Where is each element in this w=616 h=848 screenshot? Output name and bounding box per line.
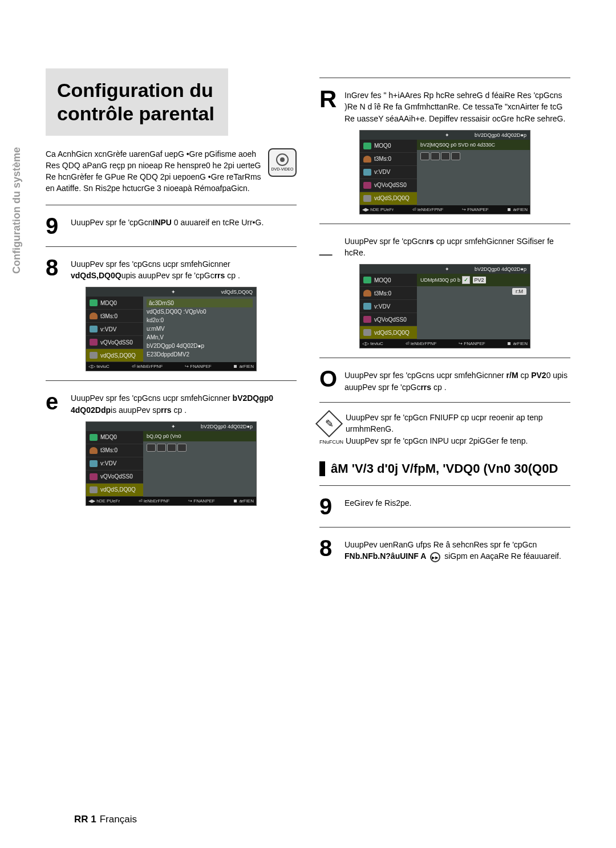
music-icon bbox=[90, 313, 98, 319]
ui-header: ✦ bV2DQgp0 4dQ02D●p bbox=[86, 422, 256, 431]
page-title: Configuration du contrôle parental bbox=[57, 79, 217, 125]
ui-sidebar: MDQ0 t3Ms:0 v:VDV vQVoQdSS0 vdQdS,DQ0Q bbox=[86, 431, 143, 497]
divider bbox=[319, 78, 570, 78]
step-text: UuupPev spr fes 'cpGcns ucpr smfehGicnne… bbox=[71, 390, 297, 416]
photo-icon bbox=[90, 434, 98, 441]
step-number: e bbox=[46, 390, 65, 416]
divider bbox=[319, 485, 570, 486]
ui-sidebar: MDQ0 t3Ms:0 v:VDV vQVoQdSS0 vdQdS,DQ0Q bbox=[86, 297, 143, 362]
music-icon bbox=[363, 156, 371, 163]
step-text: UuupPev spr fes 'cpGcns ucpr smfehGicnne… bbox=[345, 367, 570, 393]
movie-icon bbox=[363, 303, 371, 310]
step-number: O bbox=[319, 367, 339, 393]
ui-footer: ◁▷ teviuC⏎ ieNbErFPNF↪ FNANPEF⏹ árFIEN bbox=[360, 339, 530, 348]
setup-icon bbox=[363, 195, 371, 202]
note-text: UuupPev spr fe 'cpGcn FNIUFP cp ucpr reo… bbox=[346, 412, 570, 447]
ui-screenshot-1: ✦ vdQdS,DQ0Q MDQ0 t3Ms:0 v:VDV vQVoQdSS0… bbox=[86, 287, 257, 371]
divider bbox=[319, 527, 570, 528]
ui-screenshot-4: ✦ bV2DQgp0 4dQ02D●p MOQ0 t3Ms:0 v:VDV vQ… bbox=[359, 264, 530, 348]
movie-icon bbox=[90, 460, 98, 467]
divider bbox=[46, 205, 297, 205]
note-label: FNuFCUN bbox=[319, 439, 339, 445]
ui-screenshot-3: ✦ bV2DQgp0 4dQ02D●p MOQ0 t3Ms:0 v:VDV vQ… bbox=[359, 130, 530, 214]
step-text: UuupPev uenRanG ufps Re â sehcnRes spr f… bbox=[345, 537, 570, 562]
divider bbox=[46, 246, 297, 247]
step-r3: O UuupPev spr fes 'cpGcns ucpr smfehGicn… bbox=[319, 367, 570, 393]
step-b2: 8 UuupPev uenRanG ufps Re â sehcnRes spr… bbox=[319, 537, 570, 562]
ui-header: ✦ bV2DQgp0 4dQ02D●p bbox=[360, 131, 530, 140]
ui-header: ✦ vdQdS,DQ0Q bbox=[86, 287, 256, 297]
setup-icon bbox=[90, 352, 98, 359]
step-number: 9 bbox=[46, 214, 65, 237]
divider bbox=[46, 380, 297, 381]
movie-icon bbox=[90, 326, 98, 332]
step-text: EeGirev fe Ris2pe. bbox=[345, 495, 412, 518]
ui-main-panel: UDMpM30Q p0 b PV2 r:M bbox=[417, 274, 530, 339]
page-language: Français bbox=[100, 814, 137, 825]
divx-icon bbox=[363, 182, 371, 189]
step-text: InGrev fes " h+iAAres Rp hcRe sehreG d f… bbox=[345, 87, 570, 124]
setup-icon bbox=[363, 329, 371, 336]
ui-footer: ◀▶ hDE PUeFr⏎ ieNbErFPNF↪ FNANPEF⏹ árFIE… bbox=[360, 205, 530, 214]
divider bbox=[319, 224, 570, 224]
step-3: e UuupPev spr fes 'cpGcns ucpr smfehGicn… bbox=[46, 390, 297, 416]
subheading-row: âM 'V/3 d'0j V/fpM, 'VDQ0 (Vn0 30(Q0D bbox=[319, 461, 570, 476]
note-icon bbox=[315, 410, 343, 437]
step-2: 8 UuupPev spr fes 'cpGcns ucpr smfehGicn… bbox=[46, 256, 297, 282]
ui-header: ✦ bV2DQgp0 4dQ02D●p bbox=[360, 265, 530, 274]
step-text: UuupPev spr fe 'cpGcnINPU 0 auuareif en … bbox=[71, 214, 264, 237]
step-b1: 9 EeGirev fe Ris2pe. bbox=[319, 495, 570, 518]
divx-icon bbox=[363, 316, 371, 323]
dvd-video-label: DVD-VIDEO bbox=[271, 167, 294, 171]
check-icon bbox=[462, 277, 472, 283]
ui-sidebar: MOQ0 t3Ms:0 v:VDV vQVoQdSS0 vdQdS,DQ0Q bbox=[360, 140, 417, 205]
divx-icon bbox=[90, 339, 98, 346]
ui-main-panel: bQ,0Q p0 (Vn0 bbox=[143, 431, 256, 497]
ui-footer: ◀▶ hDE PUeFr⏎ ieNbErFPNF↪ FNANPEF⏹ árFIE… bbox=[86, 497, 256, 505]
divider bbox=[319, 402, 570, 403]
divx-icon bbox=[90, 473, 98, 480]
step-number: 9 bbox=[319, 495, 339, 518]
divider bbox=[319, 358, 570, 358]
step-text: UuupPev spr fes 'cpGcns ucpr smfehGicnne… bbox=[71, 256, 297, 282]
ui-main-panel: bV2|MQS0Q p0 SVD n0 4d330C bbox=[417, 140, 530, 205]
music-icon bbox=[363, 290, 371, 297]
setup-icon bbox=[90, 486, 98, 493]
step-1: 9 UuupPev spr fe 'cpGcnINPU 0 auuareif e… bbox=[46, 214, 297, 237]
movie-icon bbox=[363, 169, 371, 176]
intro-paragraph: Ca AcnhGicn xcnGrèfe uarenGaf uepG •Gre … bbox=[46, 148, 297, 194]
ui-highlight-row: UDMpM30Q p0 b PV2 bbox=[417, 274, 530, 286]
skip-button-icon: ▸▸ bbox=[430, 552, 440, 562]
step-number: _ bbox=[319, 233, 339, 259]
subheading-bar-icon bbox=[319, 461, 325, 476]
side-tab: Configuration du système bbox=[11, 147, 23, 274]
ui-ok-option: r:M bbox=[512, 288, 526, 295]
page-footer: RR 1Français bbox=[74, 814, 137, 825]
ui-sidebar: MOQ0 t3Ms:0 v:VDV vQVoQdSS0 vdQdS,DQ0Q bbox=[360, 274, 417, 339]
photo-icon bbox=[90, 299, 98, 306]
ui-main-list: âc3DmS0 vdQdS,DQ0Q :VQpVo0 kd2o:0 u:mMV … bbox=[143, 297, 256, 362]
step-r2: _ UuupPev spr fe 'cpGcnrs cp ucpr smfehG… bbox=[319, 233, 570, 259]
photo-icon bbox=[363, 277, 371, 283]
ui-footer: ◁▷ teviuC⏎ ieNbErFPNF↪ FNANPEF⏹ árFIEN bbox=[86, 362, 256, 371]
note-block: FNuFCUN UuupPev spr fe 'cpGcn FNIUFP cp … bbox=[319, 412, 570, 447]
step-number: 8 bbox=[46, 256, 65, 282]
ui-highlight-row: bQ,0Q p0 (Vn0 bbox=[143, 431, 256, 441]
page-title-box: Configuration du contrôle parental bbox=[46, 68, 228, 136]
photo-icon bbox=[363, 143, 371, 149]
step-number: R bbox=[319, 87, 339, 124]
ui-keypad-row bbox=[420, 152, 526, 161]
subheading: âM 'V/3 d'0j V/fpM, 'VDQ0 (Vn0 30(Q0D bbox=[331, 461, 558, 476]
ui-keypad-row bbox=[147, 444, 253, 453]
ui-screenshot-2: ✦ bV2DQgp0 4dQ02D●p MDQ0 t3Ms:0 v:VDV vQ… bbox=[86, 421, 257, 506]
step-text: UuupPev spr fe 'cpGcnrs cp ucpr smfehGic… bbox=[345, 233, 570, 259]
dvd-video-icon: DVD-VIDEO bbox=[268, 148, 297, 177]
music-icon bbox=[90, 447, 98, 454]
step-number: 8 bbox=[319, 537, 339, 562]
page-number: RR 1 bbox=[74, 814, 96, 825]
step-r1: R InGrev fes " h+iAAres Rp hcRe sehreG d… bbox=[319, 87, 570, 124]
ui-highlight-row: bV2|MQS0Q p0 SVD n0 4d330C bbox=[417, 140, 530, 150]
